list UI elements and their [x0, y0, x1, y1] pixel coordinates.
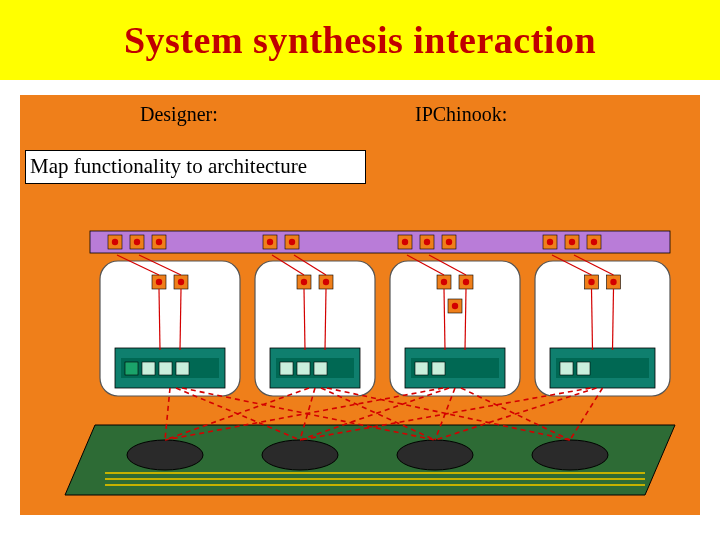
- svg-point-27: [178, 279, 184, 285]
- svg-point-4: [134, 239, 140, 245]
- svg-rect-31: [142, 362, 155, 375]
- svg-rect-32: [159, 362, 172, 375]
- svg-point-18: [547, 239, 553, 245]
- svg-point-12: [402, 239, 408, 245]
- svg-point-56: [463, 279, 469, 285]
- page-title: System synthesis interaction: [0, 18, 720, 62]
- designer-label: Designer:: [140, 103, 218, 126]
- svg-point-54: [441, 279, 447, 285]
- svg-point-16: [446, 239, 452, 245]
- svg-point-81: [127, 440, 203, 470]
- svg-rect-75: [577, 362, 590, 375]
- svg-point-40: [301, 279, 307, 285]
- svg-rect-61: [415, 362, 428, 375]
- svg-point-14: [424, 239, 430, 245]
- svg-point-58: [452, 303, 458, 309]
- svg-rect-45: [280, 362, 293, 375]
- svg-point-71: [610, 279, 616, 285]
- svg-point-69: [588, 279, 594, 285]
- svg-point-20: [569, 239, 575, 245]
- svg-point-2: [112, 239, 118, 245]
- svg-point-8: [267, 239, 273, 245]
- svg-rect-30: [125, 362, 138, 375]
- ipchinook-label: IPChinook:: [415, 103, 507, 126]
- svg-point-42: [323, 279, 329, 285]
- svg-rect-33: [176, 362, 189, 375]
- svg-point-6: [156, 239, 162, 245]
- svg-point-22: [591, 239, 597, 245]
- svg-point-82: [262, 440, 338, 470]
- svg-point-10: [289, 239, 295, 245]
- subtitle-box: Map functionality to architecture: [25, 150, 366, 184]
- svg-rect-46: [297, 362, 310, 375]
- svg-rect-62: [432, 362, 445, 375]
- architecture-diagram: [35, 225, 685, 510]
- svg-point-84: [532, 440, 608, 470]
- svg-point-25: [156, 279, 162, 285]
- svg-rect-47: [314, 362, 327, 375]
- svg-rect-0: [90, 231, 670, 253]
- svg-point-83: [397, 440, 473, 470]
- svg-rect-74: [560, 362, 573, 375]
